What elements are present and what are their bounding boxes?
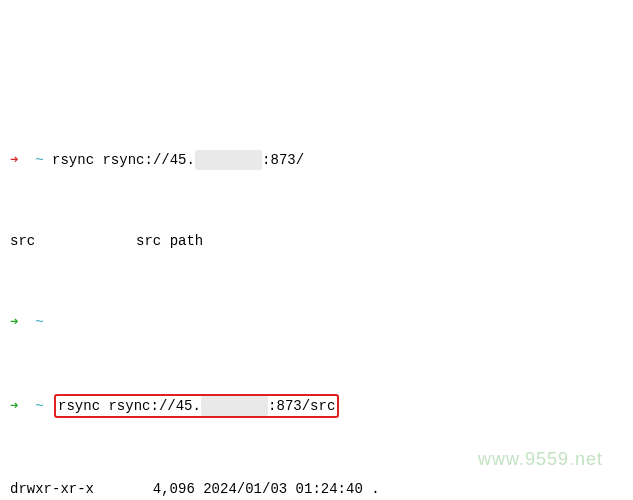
file-listing: drwxr-xr-x4,0962024/01/0301:24:40.-rwxr-… [10, 479, 623, 500]
prompt-arrow-icon: ➜ [10, 152, 18, 168]
prompt-line-2: ➜ ~ [10, 312, 623, 332]
listing-row: drwxr-xr-x4,0962024/01/0301:24:40. [10, 479, 623, 499]
prompt-line-1: ➜ ~ rsync rsync://45. :873/ [10, 150, 623, 170]
perm: drwxr-xr-x [10, 479, 94, 499]
filename: . [363, 479, 380, 499]
command-1: rsync rsync://45. :873/ [52, 152, 304, 168]
terminal[interactable]: ➜ ~ rsync rsync://45. :873/ src src path… [10, 89, 623, 500]
prompt-arrow-icon: ➜ [10, 314, 18, 330]
highlighted-command: rsync rsync://45. 5:873/src [54, 394, 339, 418]
size: 4,096 [94, 479, 195, 499]
prompt-line-3: ➜ ~ rsync rsync://45. 5:873/src [10, 394, 623, 418]
rsync-module-header: src src path [10, 231, 623, 251]
time: 01:24:40 [287, 479, 363, 499]
prompt-arrow-icon: ➜ [10, 398, 18, 414]
redacted-ip [195, 150, 262, 170]
date: 2024/01/03 [195, 479, 287, 499]
prompt-cwd: ~ [35, 314, 43, 330]
prompt-cwd: ~ [35, 152, 43, 168]
prompt-cwd: ~ [35, 398, 43, 414]
redacted-ip: 5 [201, 396, 268, 416]
